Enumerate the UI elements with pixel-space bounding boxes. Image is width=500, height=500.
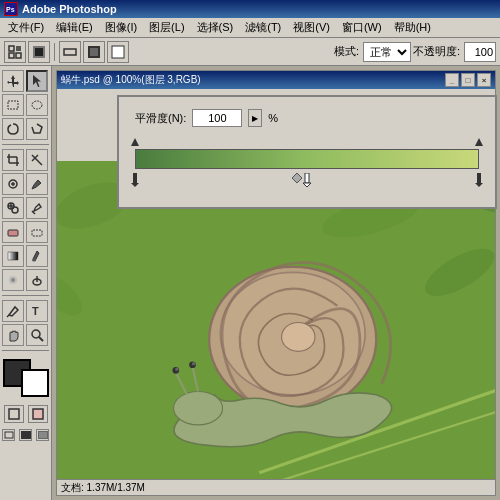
menu-edit[interactable]: 编辑(E) <box>50 18 99 37</box>
svg-rect-42 <box>33 409 43 419</box>
smooth-increment-btn[interactable]: ▶ <box>248 109 262 127</box>
tool-dodge[interactable] <box>26 269 48 291</box>
svg-marker-47 <box>131 138 139 146</box>
tool-clone[interactable] <box>2 197 24 219</box>
tool-paint-bucket[interactable] <box>26 245 48 267</box>
tool-crop[interactable] <box>2 149 24 171</box>
tool-row-2 <box>2 94 49 116</box>
mode-select[interactable]: 正常 <box>363 42 411 62</box>
tool-background-eraser[interactable] <box>26 221 48 243</box>
svg-point-67 <box>282 322 315 351</box>
menu-file[interactable]: 文件(F) <box>2 18 50 37</box>
toolbar-btn-4[interactable] <box>83 41 105 63</box>
svg-rect-49 <box>133 173 137 183</box>
doc-minimize-btn[interactable]: _ <box>445 73 459 87</box>
tool-row-6 <box>2 197 49 219</box>
tool-brush[interactable] <box>26 173 48 195</box>
tool-hand[interactable] <box>2 324 24 346</box>
tool-slice[interactable] <box>26 149 48 171</box>
svg-point-28 <box>12 207 18 213</box>
tool-marquee-rect[interactable] <box>2 94 24 116</box>
toolbar-separator-1 <box>54 43 55 61</box>
menu-filter[interactable]: 滤镜(T) <box>239 18 287 37</box>
gradient-stop-right-bottom[interactable] <box>474 173 484 189</box>
svg-point-32 <box>32 259 36 262</box>
standard-mode-btn[interactable] <box>4 405 24 423</box>
menu-window[interactable]: 窗口(W) <box>336 18 388 37</box>
tool-move[interactable] <box>2 70 24 92</box>
screen-mode-fullscreen[interactable] <box>36 429 49 441</box>
svg-rect-14 <box>8 101 18 109</box>
background-color[interactable] <box>21 369 49 397</box>
smooth-row: 平滑度(N): ▶ % <box>135 109 479 127</box>
tool-marquee-ellipse[interactable] <box>26 94 48 116</box>
menu-image[interactable]: 图像(I) <box>99 18 143 37</box>
tool-eraser[interactable] <box>2 221 24 243</box>
opacity-input[interactable] <box>464 42 496 62</box>
gradient-midpoint-diamond[interactable] <box>292 173 302 185</box>
tool-lasso[interactable] <box>2 118 24 140</box>
tool-row-11 <box>2 324 49 346</box>
gradient-stop-right-top[interactable] <box>474 137 484 149</box>
app-icon: Ps <box>4 2 18 16</box>
svg-rect-46 <box>39 432 47 438</box>
toolbar-btn-1[interactable] <box>4 41 26 63</box>
svg-point-34 <box>11 278 15 282</box>
screen-mode-standard[interactable] <box>2 429 15 441</box>
toolbar-opacity-group: 不透明度: <box>413 42 496 62</box>
tool-zoom[interactable] <box>26 324 48 346</box>
svg-rect-52 <box>305 173 309 183</box>
gradient-stop-left-bottom[interactable] <box>130 173 140 189</box>
gradient-stop-left-top[interactable] <box>130 137 140 149</box>
tool-row-8 <box>2 245 49 267</box>
tool-row-9 <box>2 269 49 291</box>
tool-gradient[interactable] <box>2 245 24 267</box>
tool-row-7 <box>2 221 49 243</box>
svg-point-15 <box>32 101 42 109</box>
quick-mask-btn[interactable] <box>28 405 48 423</box>
opacity-label: 不透明度: <box>413 44 460 59</box>
doc-win-controls: _ □ × <box>445 73 491 87</box>
tool-history-brush[interactable] <box>26 197 48 219</box>
svg-rect-41 <box>9 409 19 419</box>
svg-rect-7 <box>35 48 43 56</box>
toolbox: T <box>0 66 52 500</box>
screen-mode-full[interactable] <box>19 429 32 441</box>
tool-row-3 <box>2 118 49 140</box>
tool-healing[interactable] <box>2 173 24 195</box>
svg-text:Ps: Ps <box>6 6 15 13</box>
toolbar-btn-5[interactable] <box>107 41 129 63</box>
menu-help[interactable]: 帮助(H) <box>388 18 437 37</box>
svg-rect-2 <box>9 46 14 51</box>
doc-maximize-btn[interactable]: □ <box>461 73 475 87</box>
tool-row-4 <box>2 149 49 171</box>
menu-view[interactable]: 视图(V) <box>287 18 336 37</box>
doc-status: 文档: 1.37M/1.37M <box>57 479 495 495</box>
svg-rect-54 <box>477 173 481 183</box>
tool-text[interactable]: T <box>26 300 48 322</box>
gradient-stop-center-bottom[interactable] <box>302 173 312 189</box>
svg-rect-5 <box>16 53 21 58</box>
menu-layer[interactable]: 图层(L) <box>143 18 190 37</box>
tool-row-5 <box>2 173 49 195</box>
svg-rect-3 <box>16 46 21 51</box>
svg-marker-13 <box>7 75 19 87</box>
smooth-value-input[interactable] <box>192 109 242 127</box>
svg-line-40 <box>39 337 43 341</box>
mode-label: 模式: <box>334 44 359 59</box>
tool-pen[interactable] <box>2 300 24 322</box>
svg-rect-8 <box>64 49 76 55</box>
svg-marker-50 <box>131 183 139 187</box>
snail-image <box>57 161 495 495</box>
tool-select[interactable] <box>26 70 48 92</box>
smooth-label: 平滑度(N): <box>135 111 186 126</box>
gradient-track[interactable] <box>135 149 479 169</box>
menu-select[interactable]: 选择(S) <box>191 18 240 37</box>
doc-close-btn[interactable]: × <box>477 73 491 87</box>
tool-blur[interactable] <box>2 269 24 291</box>
toolbar-btn-3[interactable] <box>59 41 81 63</box>
tool-polygonal-lasso[interactable] <box>26 118 48 140</box>
svg-rect-31 <box>8 252 18 260</box>
tool-row-1 <box>2 70 49 92</box>
toolbar-btn-2[interactable] <box>28 41 50 63</box>
